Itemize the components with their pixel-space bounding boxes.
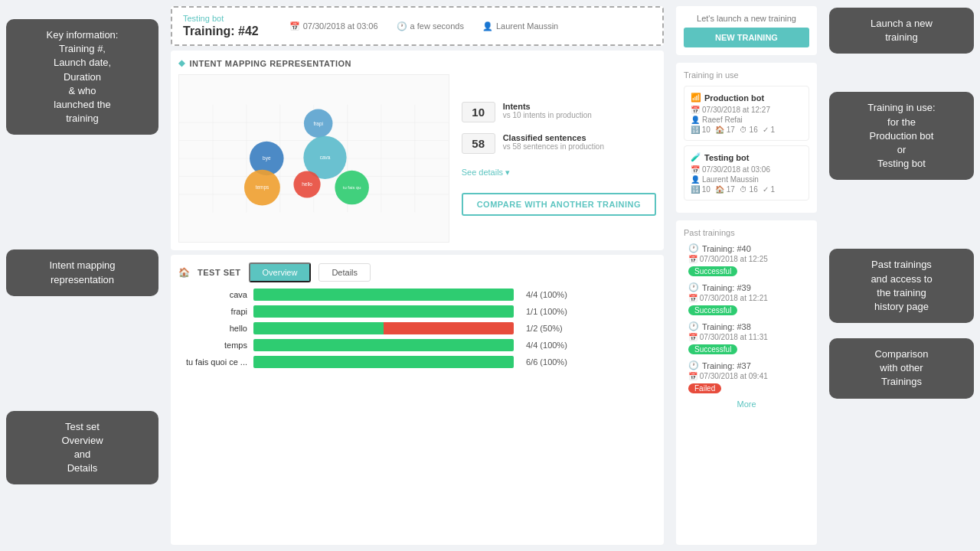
past-training-title: 🕐 Training: #39 [688, 282, 809, 292]
annotation-key-info: Key information: Training #, Launch date… [6, 19, 158, 135]
classified-label: Classified sentences [503, 133, 604, 142]
intent-map-area: frapi bye cava hello temps [178, 74, 656, 243]
bubble-chart: frapi bye cava hello temps [178, 74, 449, 243]
history-icon: 🕐 [688, 282, 699, 292]
bubble-frapi-label: frapi [313, 121, 323, 127]
tab-overview[interactable]: Overview [249, 262, 312, 282]
stat-intents: 10 Intents vs 10 intents in production [462, 102, 656, 122]
past-trainings-card: Past trainings 🕐 Training: #40 📅 07/30/2… [676, 220, 817, 545]
new-training-button[interactable]: NEW TRAINING [684, 28, 809, 47]
training-in-use-item: 🧪 Testing bot 📅 07/30/2018 at 03:06 👤 La… [684, 145, 809, 201]
annotation-past-trainings: Past trainings and access to the trainin… [829, 249, 974, 323]
test-set-icon: 🏠 [178, 267, 190, 278]
bar-value: 1/1 (100%) [526, 307, 567, 316]
test-row-label: hello [178, 324, 247, 333]
training-in-use-items: 📶 Production bot 📅 07/30/2018 at 12:27 👤… [684, 86, 809, 201]
chevron-down-icon: ▾ [505, 168, 510, 178]
wifi-icon: 📶 [691, 93, 701, 103]
training-user: 👤 Raeef Refai [691, 116, 802, 124]
bot-name: Testing bot [183, 14, 259, 23]
bar-value: 1/2 (50%) [526, 324, 563, 333]
bar-value: 4/4 (100%) [526, 341, 567, 350]
launch-text: Let's launch a new training [684, 14, 809, 23]
training-date: 📅 07/30/2018 at 03:06 [691, 165, 802, 174]
test-bar [253, 322, 514, 334]
test-row: temps4/4 (100%) [178, 339, 656, 351]
past-training-item: 🕐 Training: #40 📅 07/30/2018 at 12:25 Su… [684, 243, 809, 276]
test-bar [253, 305, 514, 318]
bubble-svg: frapi bye cava hello temps [179, 75, 449, 242]
header-duration: 🕐 a few seconds [397, 21, 464, 31]
compare-training-button[interactable]: COMPARE WITH ANOTHER TRAINING [462, 193, 656, 216]
intents-count: 10 [462, 102, 495, 122]
bar-value: 4/4 (100%) [526, 290, 567, 299]
more-link[interactable]: More [684, 399, 809, 409]
test-row-label: temps [178, 341, 247, 350]
stat-classified: 58 Classified sentences vs 58 sentences … [462, 133, 656, 154]
user-icon: 👤 [691, 116, 700, 124]
test-row: cava4/4 (100%) [178, 289, 656, 301]
bar-green [253, 339, 514, 351]
training-in-use-item: 📶 Production bot 📅 07/30/2018 at 12:27 👤… [684, 86, 809, 141]
intents-info: Intents vs 10 intents in production [503, 102, 592, 119]
past-training-title: 🕐 Training: #40 [688, 243, 809, 253]
status-badge: Successful [688, 344, 737, 354]
classified-count: 58 [462, 133, 495, 154]
annotation-training-in-use: Training in use: for the Production bot … [829, 92, 974, 180]
status-badge: Successful [688, 266, 737, 276]
calendar-icon: 📅 [691, 106, 700, 114]
intents-sub: vs 10 intents in production [503, 111, 592, 119]
see-details-link[interactable]: See details ▾ [462, 168, 656, 178]
bar-value: 6/6 (100%) [526, 357, 567, 367]
history-icon: 🕐 [688, 243, 699, 253]
bar-green [253, 356, 514, 368]
training-stats: 🔢 10 🏠 17 ⏱ 16 ✓ 1 [691, 126, 802, 134]
test-row-label: cava [178, 290, 247, 299]
test-row: frapi1/1 (100%) [178, 305, 656, 318]
right-annotations: Launch a new training Training in use: f… [823, 0, 980, 551]
annotation-launch: Launch a new training [829, 8, 974, 54]
bar-green [253, 305, 514, 318]
test-row-label: frapi [178, 307, 247, 316]
test-rows: cava4/4 (100%)frapi1/1 (100%)hello1/2 (5… [178, 289, 656, 368]
header-card: Testing bot Training: #42 📅 07/30/2018 a… [171, 6, 664, 46]
past-training-item: 🕐 Training: #38 📅 07/30/2018 at 11:31 Su… [684, 321, 809, 354]
past-training-item: 🕐 Training: #37 📅 07/30/2018 at 09:41 Fa… [684, 360, 809, 393]
test-set-title: TEST SET [198, 268, 241, 277]
clock-icon: 🕐 [397, 21, 407, 31]
compare-btn-wrap: COMPARE WITH ANOTHER TRAINING [462, 193, 656, 216]
status-badge: Failed [688, 383, 721, 393]
training-user: 👤 Laurent Maussin [691, 175, 802, 184]
bubble-cava-label: cava [320, 155, 331, 160]
past-training-date: 📅 07/30/2018 at 12:21 [688, 294, 809, 302]
launch-training-card: Let's launch a new training NEW TRAINING [676, 6, 817, 55]
calendar-icon: 📅 [688, 255, 697, 263]
past-training-date: 📅 07/30/2018 at 09:41 [688, 372, 809, 380]
annotation-test-set: Test set Overview and Details [6, 411, 158, 485]
bar-green [253, 322, 384, 334]
intent-mapping-title: ◆ INTENT MAPPING REPRESENTATION [178, 58, 656, 68]
right-panel: Let's launch a new training NEW TRAINING… [670, 0, 823, 551]
past-trainings-items: 🕐 Training: #40 📅 07/30/2018 at 12:25 Su… [684, 243, 809, 393]
training-stats: 🔢 10 🏠 17 ⏱ 16 ✓ 1 [691, 185, 802, 194]
left-annotations: Key information: Training #, Launch date… [0, 0, 165, 551]
test-set-header: 🏠 TEST SET Overview Details [178, 262, 656, 282]
header-date: 📅 07/30/2018 at 03:06 [289, 21, 378, 31]
tab-details[interactable]: Details [318, 263, 371, 282]
header-user: 👤 Laurent Maussin [482, 21, 558, 31]
calendar-icon: 📅 [691, 165, 700, 174]
test-row: hello1/2 (50%) [178, 322, 656, 334]
training-number: Training: #42 [183, 24, 259, 37]
classified-info: Classified sentences vs 58 sentences in … [503, 133, 604, 151]
past-training-item: 🕐 Training: #39 📅 07/30/2018 at 12:21 Su… [684, 282, 809, 315]
bar-red [384, 322, 514, 334]
bubble-bye-label: bye [263, 155, 271, 161]
test-set-section: 🏠 TEST SET Overview Details cava4/4 (100… [171, 255, 664, 545]
calendar-icon: 📅 [688, 372, 697, 380]
annotation-comparison: Comparison with other Trainings [829, 338, 974, 399]
main-content: Testing bot Training: #42 📅 07/30/2018 a… [165, 0, 670, 551]
past-training-title: 🕐 Training: #37 [688, 360, 809, 370]
user-icon: 👤 [691, 175, 700, 184]
header-meta: 📅 07/30/2018 at 03:06 🕐 a few seconds 👤 … [289, 21, 559, 31]
calendar-icon: 📅 [289, 21, 300, 31]
